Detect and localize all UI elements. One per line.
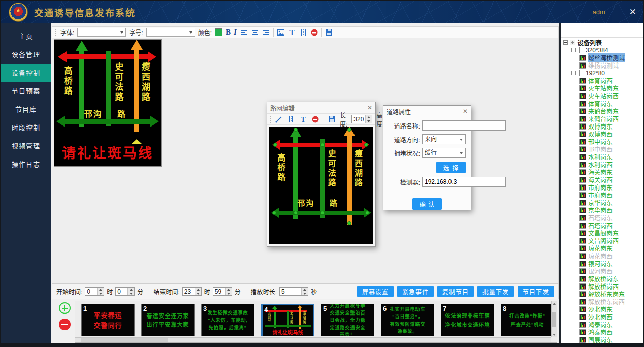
length-spinner[interactable]: 320: [351, 115, 372, 123]
action-button[interactable]: 批量下发: [477, 286, 514, 297]
road-direction-select[interactable]: 来向: [422, 134, 466, 144]
road-tool-icon[interactable]: [287, 115, 295, 123]
draw-line-icon[interactable]: [275, 115, 283, 123]
playlist-item-3[interactable]: 3发生轻微交通事故“人未伤，车能动,先拍照，后撤离”: [201, 304, 254, 336]
device-item[interactable]: 银河岗西: [579, 267, 644, 275]
road-editor-canvas[interactable]: 高桥路 史可法路 瘦西湖路 邗沟 路: [269, 127, 373, 244]
edit-handle[interactable]: [347, 128, 351, 132]
sidebar-item-4[interactable]: 节目预案: [1, 82, 51, 101]
edit-handle[interactable]: [320, 143, 325, 147]
device-search-input[interactable]: [563, 25, 644, 35]
detector-input[interactable]: [422, 177, 506, 187]
confirm-button[interactable]: 确 认: [412, 198, 442, 210]
save-tool-icon[interactable]: [328, 115, 336, 123]
playlist-item-5[interactable]: 5大力开展秋冬季交通安全整治百日会战，全力稳定道路交通安全形势！: [321, 304, 374, 336]
device-item[interactable]: 沙北岗东: [579, 305, 644, 313]
device-item[interactable]: 体育岗西: [579, 77, 644, 84]
road-properties-titlebar[interactable]: 道路属性 ✕: [383, 106, 471, 117]
device-item[interactable]: 来鹤台岗西: [579, 115, 644, 122]
device-item[interactable]: 国展岗东: [579, 336, 644, 343]
end-minute-spinner[interactable]: 59: [213, 287, 232, 296]
font-family-select[interactable]: [77, 28, 126, 37]
playlist-item-6[interactable]: 6扎实开展电动车“百日整治”，有效预防道路交通事故。: [381, 304, 434, 336]
playlist-item-8[interactable]: 8打击改装“炸街”严查严处“机动: [501, 304, 551, 336]
device-item[interactable]: 海关岗西: [579, 176, 644, 183]
scroll-down-icon[interactable]: [553, 334, 556, 336]
device-item[interactable]: 石塔岗西: [579, 222, 644, 229]
insert-road-icon[interactable]: [299, 28, 307, 37]
playlist-item-4[interactable]: 4高桥路史可法路瘦西湖路请礼让斑马线: [261, 304, 314, 336]
text-tool-icon[interactable]: T: [299, 115, 307, 123]
device-item[interactable]: 石塔岗东: [579, 214, 644, 222]
align-center-icon[interactable]: [251, 28, 259, 37]
device-item[interactable]: 鸿泰岗西: [579, 328, 644, 336]
device-item[interactable]: 解放桥东岗东: [579, 290, 644, 298]
select-detector-button[interactable]: 选 择: [436, 162, 466, 173]
device-item[interactable]: 琼花岗东: [579, 244, 644, 252]
close-button[interactable]: ✕: [629, 8, 636, 16]
device-item[interactable]: 解放桥东岗西: [579, 298, 644, 305]
minimize-button[interactable]: —: [614, 8, 621, 16]
playlist-item-7[interactable]: 7依法治理非标车辆净化城市交通环境: [441, 304, 494, 336]
playlist-vertical-scrollbar[interactable]: [551, 301, 557, 337]
align-left-icon[interactable]: [240, 28, 248, 37]
sidebar-item-1[interactable]: 主页: [1, 27, 51, 46]
road-editor-titlebar[interactable]: 路网编辑 ✕: [267, 102, 375, 113]
scroll-up-icon[interactable]: [553, 303, 556, 305]
device-item[interactable]: 水利岗东: [579, 153, 644, 161]
insert-text-icon[interactable]: T: [288, 28, 296, 37]
edit-handle[interactable]: [364, 143, 368, 147]
device-item[interactable]: 维扬岗测试: [579, 61, 644, 69]
playlist-item-1[interactable]: 1平安春运交警同行: [81, 304, 135, 336]
collapse-icon[interactable]: [571, 48, 576, 52]
bold-button[interactable]: B: [226, 28, 231, 37]
device-item[interactable]: 京华岗东: [579, 199, 644, 206]
color-swatch[interactable]: [215, 28, 222, 36]
font-size-select[interactable]: [146, 28, 195, 37]
device-item[interactable]: 水利岗西: [579, 161, 644, 168]
add-frame-button[interactable]: [59, 302, 71, 314]
device-item[interactable]: 市府岗西: [579, 191, 644, 199]
device-item[interactable]: 沙北岗西: [579, 313, 644, 321]
playlist-horizontal-scrollbar[interactable]: [75, 337, 551, 342]
edit-handle[interactable]: [365, 211, 369, 215]
start-hour-spinner[interactable]: 0: [85, 287, 104, 296]
sidebar-item-2[interactable]: 设备管理: [1, 46, 51, 64]
program-preview[interactable]: 高桥路 史可法路 瘦西湖路 邗沟 路 请礼让斑马线: [54, 39, 162, 167]
road-editor-close-icon[interactable]: ✕: [367, 104, 372, 111]
playlist-item-2[interactable]: 2春运安全连万家出行平安靠大家: [141, 304, 195, 336]
device-item[interactable]: 双博岗西: [579, 130, 644, 138]
sidebar-item-3[interactable]: 设备控制: [1, 64, 51, 82]
device-item[interactable]: 银河岗东: [579, 260, 644, 267]
device-item[interactable]: 琼花岗西: [579, 252, 644, 260]
collapse-icon[interactable]: [571, 71, 576, 75]
device-item[interactable]: 来鹤台岗东: [579, 107, 644, 115]
tree-root[interactable]: 设备列表: [563, 39, 644, 46]
device-item[interactable]: 邗中岗西: [579, 145, 644, 153]
action-button[interactable]: 复制节目: [437, 286, 474, 297]
device-item[interactable]: 市府岗东: [579, 183, 644, 191]
device-item[interactable]: 邗中岗东: [579, 138, 644, 145]
device-item[interactable]: 火车站岗西: [579, 92, 644, 100]
congestion-select[interactable]: 缓行: [422, 148, 466, 158]
start-minute-spinner[interactable]: 0: [115, 287, 135, 296]
device-item[interactable]: 京华岗西: [579, 206, 644, 214]
collapse-icon[interactable]: [563, 40, 568, 45]
tree-group[interactable]: 320*384: [571, 46, 644, 54]
insert-image-icon[interactable]: [277, 28, 285, 37]
device-item[interactable]: 文昌阁岗西: [579, 237, 644, 244]
italic-button[interactable]: I: [234, 28, 237, 37]
sidebar-item-5[interactable]: 节目库: [1, 101, 51, 119]
end-hour-spinner[interactable]: 23: [182, 287, 202, 296]
edit-handle[interactable]: [273, 143, 277, 147]
action-button[interactable]: 节目下发: [518, 286, 554, 297]
align-right-icon[interactable]: [262, 28, 270, 37]
tree-group[interactable]: 192*80: [571, 69, 644, 77]
action-button[interactable]: 紧急事件: [397, 286, 434, 297]
action-button[interactable]: 屏幕设置: [357, 286, 394, 297]
delete-tool-icon[interactable]: [311, 115, 319, 123]
duration-spinner[interactable]: 5: [279, 287, 308, 296]
road-properties-close-icon[interactable]: ✕: [463, 108, 468, 115]
device-item[interactable]: 文昌阁岗东: [579, 229, 644, 237]
sidebar-item-7[interactable]: 视频管理: [1, 137, 51, 155]
